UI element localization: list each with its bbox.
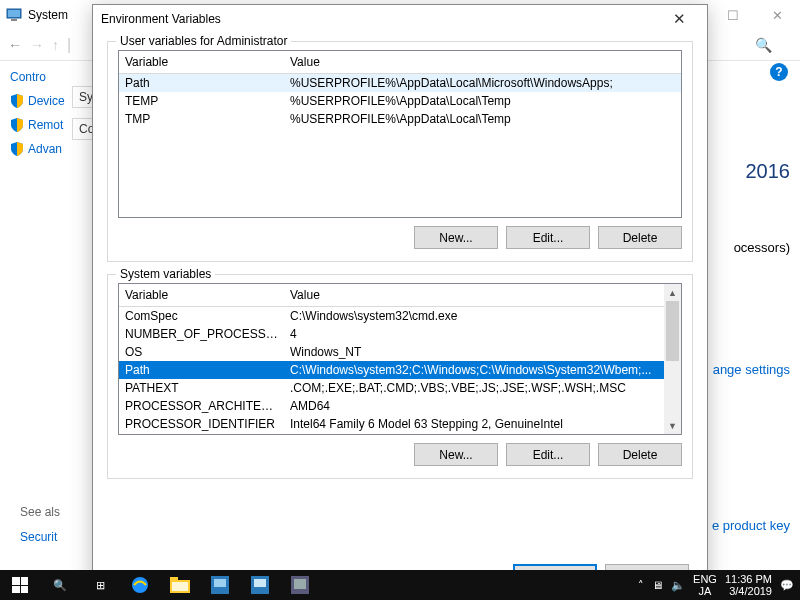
os-year-fragment: 2016 [746,160,791,183]
tray-chevron-icon[interactable]: ˄ [638,579,644,592]
table-row[interactable]: Path%USERPROFILE%\AppData\Local\Microsof… [119,74,681,92]
advanced-settings-link[interactable]: Advan [10,142,70,156]
search-button[interactable]: 🔍 [40,570,80,600]
control-panel-home-link[interactable]: Contro [10,70,70,84]
table-row[interactable]: PATHEXT.COM;.EXE;.BAT;.CMD;.VBS;.VBE;.JS… [119,379,681,397]
change-settings-link[interactable]: ange settings [713,362,790,377]
task-view-button[interactable]: ⊞ [80,570,120,600]
user-new-button[interactable]: New... [414,226,498,249]
app-icon[interactable] [280,570,320,600]
ie-icon[interactable] [120,570,160,600]
close-button[interactable]: ✕ [755,0,800,30]
user-vars-group: User variables for Administrator Variabl… [107,41,693,262]
col-header-variable[interactable]: Variable [119,284,284,306]
table-row[interactable]: NUMBER_OF_PROCESSORS4 [119,325,681,343]
system-vars-list[interactable]: Variable Value ComSpecC:\Windows\system3… [118,283,682,435]
system-vars-legend: System variables [116,267,215,281]
col-header-value[interactable]: Value [284,51,681,73]
tray-volume-icon[interactable]: 🔈 [671,579,685,592]
scroll-thumb[interactable] [666,301,679,361]
col-header-value[interactable]: Value [284,284,681,306]
env-vars-dialog: Environment Variables ✕ User variables f… [92,4,708,596]
scroll-up-button[interactable]: ▲ [664,284,681,301]
see-also-heading: See als [20,505,60,519]
app-icon[interactable] [240,570,280,600]
user-delete-button[interactable]: Delete [598,226,682,249]
sys-delete-button[interactable]: Delete [598,443,682,466]
shield-icon [10,118,24,132]
explorer-icon[interactable] [160,570,200,600]
svg-rect-12 [294,579,306,589]
forward-button[interactable]: → [30,37,44,53]
shield-icon [10,94,24,108]
taskbar: 🔍 ⊞ ˄ 🖥 🔈 ENGJA 11:36 PM3/4/2019 💬 [0,570,800,600]
language-indicator[interactable]: ENGJA [693,573,717,597]
svg-rect-2 [11,19,17,21]
svg-rect-10 [254,579,266,587]
table-row[interactable]: TEMP%USERPROFILE%\AppData\Local\Temp [119,92,681,110]
product-key-link[interactable]: e product key [712,518,790,533]
search-icon[interactable]: 🔍 [755,37,772,53]
security-link[interactable]: Securit [20,530,57,544]
app-icon[interactable] [200,570,240,600]
left-panel: Contro Device Remot Advan [10,70,70,166]
clock[interactable]: 11:36 PM3/4/2019 [725,573,772,597]
device-manager-link[interactable]: Device [10,94,70,108]
remote-settings-link[interactable]: Remot [10,118,70,132]
start-button[interactable] [0,570,40,600]
user-vars-legend: User variables for Administrator [116,34,291,48]
shield-icon [10,142,24,156]
system-window-title: System [28,8,68,22]
table-row[interactable]: PROCESSOR_ARCHITECTUREAMD64 [119,397,681,415]
svg-rect-5 [170,577,178,581]
action-center-icon[interactable]: 💬 [780,579,794,592]
svg-rect-6 [172,582,188,591]
svg-rect-1 [8,10,20,17]
dialog-title: Environment Variables [101,12,221,26]
computer-icon [6,7,22,23]
svg-rect-8 [214,579,226,587]
sys-new-button[interactable]: New... [414,443,498,466]
help-icon[interactable]: ? [770,63,788,81]
user-edit-button[interactable]: Edit... [506,226,590,249]
dialog-close-button[interactable]: ✕ [659,10,699,28]
table-row[interactable]: PROCESSOR_IDENTIFIERIntel64 Family 6 Mod… [119,415,681,433]
up-button[interactable]: ↑ [52,37,59,53]
table-row[interactable]: OSWindows_NT [119,343,681,361]
system-vars-group: System variables Variable Value ComSpecC… [107,274,693,479]
table-row[interactable]: TMP%USERPROFILE%\AppData\Local\Temp [119,110,681,128]
scroll-down-button[interactable]: ▼ [664,417,681,434]
table-row[interactable]: PathC:\Windows\system32;C:\Windows;C:\Wi… [119,361,681,379]
user-vars-list[interactable]: Variable Value Path%USERPROFILE%\AppData… [118,50,682,218]
scrollbar[interactable]: ▲ ▼ [664,284,681,434]
back-button[interactable]: ← [8,37,22,53]
maximize-button[interactable]: ☐ [710,0,755,30]
tray-network-icon[interactable]: 🖥 [652,579,663,591]
breadcrumb-sep: | [67,36,71,54]
sys-edit-button[interactable]: Edit... [506,443,590,466]
processors-fragment: ocessors) [734,240,790,255]
col-header-variable[interactable]: Variable [119,51,284,73]
table-row[interactable]: ComSpecC:\Windows\system32\cmd.exe [119,307,681,325]
